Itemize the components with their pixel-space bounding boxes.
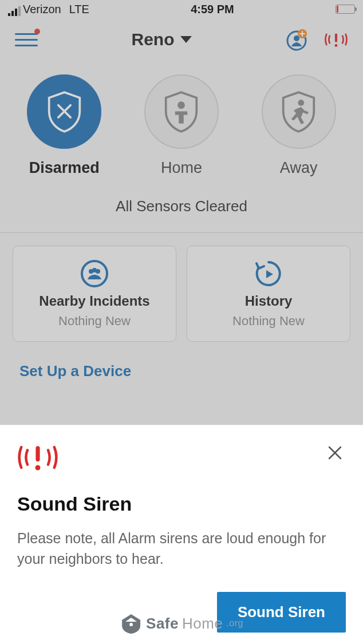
clock: 4:59 PM xyxy=(191,3,234,16)
sheet-body: Please note, all Alarm sirens are loud e… xyxy=(17,528,346,570)
setup-device-link[interactable]: Set Up a Device xyxy=(0,342,363,401)
sensors-status: All Sensors Cleared xyxy=(0,183,363,232)
mode-disarmed[interactable]: Disarmed xyxy=(27,74,101,177)
history-icon xyxy=(254,259,283,289)
history-title: History xyxy=(245,293,293,309)
info-cards: Nearby Incidents Nothing New History Not… xyxy=(0,233,363,342)
network-label: LTE xyxy=(69,3,89,16)
svg-point-10 xyxy=(92,268,97,272)
svg-point-4 xyxy=(335,44,338,47)
history-card[interactable]: History Nothing New xyxy=(187,246,350,342)
status-bar: Verizon LTE 4:59 PM xyxy=(0,0,363,17)
chevron-down-icon xyxy=(180,36,192,43)
sound-siren-sheet: Sound Siren Please note, all Alarm siren… xyxy=(0,425,363,645)
incidents-title: Nearby Incidents xyxy=(39,293,149,309)
incidents-sub: Nothing New xyxy=(58,314,131,329)
shield-person-icon xyxy=(144,74,219,149)
mode-away-label: Away xyxy=(280,159,318,177)
siren-button[interactable] xyxy=(324,27,348,52)
carrier-label: Verizon xyxy=(23,3,61,16)
svg-rect-11 xyxy=(35,446,40,461)
app-header: Reno xyxy=(0,17,363,57)
status-left: Verizon LTE xyxy=(8,3,89,16)
nearby-incidents-card[interactable]: Nearby Incidents Nothing New xyxy=(13,246,176,342)
sheet-title: Sound Siren xyxy=(17,493,346,515)
mode-disarmed-label: Disarmed xyxy=(29,159,100,177)
history-sub: Nothing New xyxy=(232,314,305,329)
svg-point-5 xyxy=(178,101,186,109)
add-profile-button[interactable] xyxy=(285,28,308,51)
svg-rect-3 xyxy=(335,34,337,42)
close-button[interactable] xyxy=(324,442,346,467)
mode-away[interactable]: Away xyxy=(262,74,336,177)
location-name: Reno xyxy=(132,30,175,49)
svg-point-6 xyxy=(298,100,305,106)
signal-bars-icon xyxy=(8,7,21,16)
svg-point-7 xyxy=(82,261,107,286)
arming-modes: Disarmed Home Away xyxy=(0,57,363,183)
notification-dot-icon xyxy=(34,29,40,34)
sound-siren-confirm-button[interactable]: Sound Siren xyxy=(217,592,346,633)
mode-home[interactable]: Home xyxy=(144,74,219,177)
people-circle-icon xyxy=(80,259,109,289)
menu-button[interactable] xyxy=(15,31,38,48)
mode-home-label: Home xyxy=(161,159,202,177)
shield-x-icon xyxy=(27,74,101,149)
siren-icon xyxy=(17,442,58,472)
shield-running-icon xyxy=(262,74,336,149)
battery-icon xyxy=(336,5,355,14)
svg-point-12 xyxy=(35,465,41,470)
location-selector[interactable]: Reno xyxy=(132,30,192,49)
